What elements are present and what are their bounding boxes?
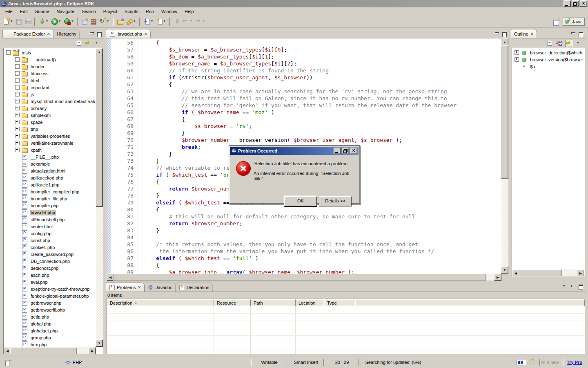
tree-expander-icon[interactable] bbox=[15, 134, 20, 138]
tree-vscroll[interactable] bbox=[96, 48, 103, 347]
try-pro-link[interactable]: Try Pro bbox=[567, 360, 582, 365]
outline-view-menu-icon[interactable] bbox=[576, 40, 583, 47]
outline-scroll-right-icon[interactable] bbox=[577, 269, 584, 276]
tree-expander-icon[interactable] bbox=[15, 92, 20, 96]
tree-hscroll[interactable] bbox=[4, 347, 96, 354]
tree-item[interactable]: const.php bbox=[4, 237, 96, 244]
tree-item[interactable]: getbrowser.php bbox=[4, 299, 96, 306]
tree-item[interactable]: header bbox=[4, 63, 96, 70]
editor-maximize-icon[interactable] bbox=[501, 31, 508, 36]
tree-item[interactable]: $a bbox=[512, 63, 584, 70]
outline-link-with-editor-icon[interactable] bbox=[565, 40, 573, 47]
editor-hscroll-thumb[interactable] bbox=[114, 274, 486, 281]
menu-edit[interactable]: Edit bbox=[16, 8, 31, 15]
outline-hscroll-thumb[interactable] bbox=[519, 269, 561, 276]
update-progress-label[interactable]: Searching for updates: (6%) bbox=[360, 360, 426, 365]
java-perspective-button[interactable]: Java bbox=[563, 18, 585, 26]
tree-item[interactable]: aktualization.html bbox=[4, 167, 96, 174]
progress-indicator[interactable] bbox=[517, 360, 526, 365]
tree-item[interactable]: brwsdet.php bbox=[4, 209, 96, 216]
menu-navigate[interactable]: Navigate bbox=[53, 8, 78, 15]
menu-source[interactable]: Source bbox=[31, 8, 53, 15]
run-dropdown-icon[interactable] bbox=[59, 17, 62, 26]
tree-item[interactable]: cookie1.php bbox=[4, 244, 96, 251]
tree-item[interactable]: global.php bbox=[4, 320, 96, 327]
tree-expander-icon[interactable] bbox=[15, 120, 20, 124]
problems-minimize-icon[interactable] bbox=[570, 284, 577, 289]
outline-sort-icon[interactable] bbox=[555, 40, 563, 47]
tree-item[interactable]: simplexml bbox=[4, 112, 96, 119]
collapse-all-icon[interactable] bbox=[75, 40, 82, 47]
search-button[interactable] bbox=[125, 17, 134, 26]
tree-item[interactable]: html bbox=[4, 77, 96, 84]
menu-help[interactable]: Help bbox=[181, 8, 198, 15]
tree-expander-icon[interactable] bbox=[514, 50, 519, 55]
tree-expander-icon[interactable] bbox=[15, 127, 20, 131]
editor-vscroll-thumb[interactable] bbox=[501, 45, 508, 179]
ok-button[interactable]: OK bbox=[284, 196, 317, 206]
export-dropdown-icon[interactable] bbox=[164, 17, 167, 26]
tree-item[interactable]: js bbox=[4, 91, 96, 98]
search-dropdown-icon[interactable] bbox=[134, 17, 137, 26]
tree-hscroll-thumb[interactable] bbox=[10, 347, 77, 354]
run-button[interactable] bbox=[50, 17, 59, 26]
package-explorer-minimize-icon[interactable] bbox=[89, 31, 95, 36]
tree-item[interactable]: mysql-strict-mod-and-defaut-values bbox=[4, 98, 96, 105]
tree-item[interactable]: aplikacie1.php bbox=[4, 181, 96, 188]
tree-item[interactable]: DB_connection.php bbox=[4, 258, 96, 265]
tree-item[interactable]: browser_detection($which_ bbox=[512, 49, 584, 56]
column-header-description[interactable]: Description▲ bbox=[107, 299, 214, 306]
editor-scroll-left-icon[interactable] bbox=[107, 274, 114, 281]
editor-hscroll[interactable] bbox=[107, 274, 501, 280]
menu-search[interactable]: Search bbox=[78, 8, 100, 15]
debug-dropdown-icon[interactable] bbox=[46, 17, 50, 26]
tab-outline[interactable]: Outline bbox=[511, 29, 537, 38]
tree-item[interactable]: variables-properties bbox=[4, 132, 96, 139]
new-wizard-button[interactable] bbox=[2, 17, 11, 26]
tree-item[interactable]: bcompiler_file.php bbox=[4, 195, 96, 202]
tree-item[interactable]: vertikálne-zarovnanie bbox=[4, 139, 96, 146]
window-minimize-button[interactable] bbox=[564, 0, 571, 7]
outline-hscroll[interactable] bbox=[512, 269, 584, 276]
tree-item[interactable]: create_password.php bbox=[4, 251, 96, 258]
menu-project[interactable]: Project bbox=[100, 8, 121, 15]
tree-item[interactable]: eval.php bbox=[4, 278, 96, 285]
package-explorer-close-icon[interactable] bbox=[47, 32, 51, 36]
menu-file[interactable]: File bbox=[2, 8, 16, 15]
tree-item[interactable]: bcompiler.php bbox=[4, 202, 96, 209]
tree-item[interactable]: center.html bbox=[4, 223, 96, 230]
tree-item[interactable]: each.php bbox=[4, 272, 96, 278]
tab-javadoc[interactable]: Javadoc bbox=[145, 283, 176, 292]
details-button[interactable]: Details >> bbox=[319, 196, 352, 206]
tree-expander-icon[interactable] bbox=[15, 113, 20, 117]
tree-expander-icon[interactable] bbox=[15, 64, 20, 69]
tree-item[interactable]: exeptions-try-catch-throw.php bbox=[4, 285, 96, 292]
refresh-button[interactable] bbox=[98, 17, 107, 26]
problems-maximize-icon[interactable] bbox=[578, 284, 584, 289]
tree-item[interactable]: globalget.php bbox=[4, 327, 96, 334]
tree-item[interactable]: hex.php bbox=[4, 341, 96, 347]
package-explorer-maximize-icon[interactable] bbox=[96, 31, 102, 36]
tree-item[interactable]: tmp bbox=[4, 126, 96, 132]
tree-expander-icon[interactable] bbox=[15, 106, 20, 110]
outline-maximize-icon[interactable] bbox=[578, 31, 584, 36]
tree-item[interactable]: __FILE__.php bbox=[4, 153, 96, 160]
run-ext-dropdown-icon[interactable] bbox=[71, 17, 75, 26]
tree-item[interactable]: __autoload() bbox=[4, 56, 96, 63]
column-header-path[interactable]: Path bbox=[251, 299, 296, 306]
tree-expander-icon[interactable] bbox=[15, 141, 20, 145]
tree-item[interactable]: c99madshell.php bbox=[4, 216, 96, 223]
tree-vscroll-thumb[interactable] bbox=[96, 55, 103, 207]
window-close-button[interactable] bbox=[580, 0, 587, 7]
import-button[interactable] bbox=[142, 17, 151, 26]
menu-scripts[interactable]: Scripts bbox=[121, 8, 142, 15]
tree-item[interactable]: Ptests bbox=[4, 49, 96, 56]
tree-item[interactable]: getbrowserfll.php bbox=[4, 306, 96, 313]
outline-minimize-icon[interactable] bbox=[570, 31, 577, 36]
outline-close-icon[interactable] bbox=[530, 32, 534, 36]
open-perspective-icon[interactable] bbox=[553, 18, 560, 25]
tab-package-explorer[interactable]: Package Explor bbox=[2, 29, 54, 38]
grid-button[interactable] bbox=[89, 17, 98, 26]
new-wizard-dropdown-icon[interactable] bbox=[11, 17, 14, 26]
debug-button[interactable] bbox=[37, 17, 46, 26]
